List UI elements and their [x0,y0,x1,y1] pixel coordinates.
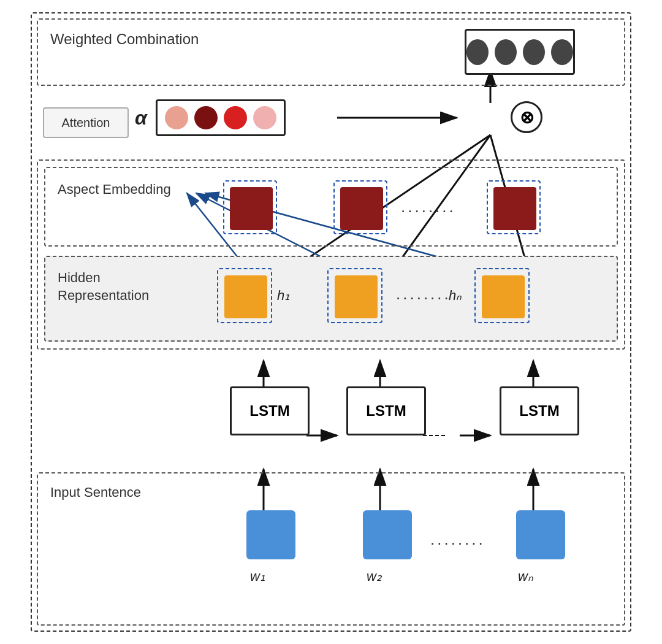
aspect-square-3 [493,187,536,230]
aspect-dashed-3 [487,180,541,234]
alpha-label: α [135,107,147,129]
input-section: Input Sentence w₁ w₂ ........ wₙ [37,472,625,626]
hidden-dots: ........ [396,285,451,304]
hidden-dashed-n [474,268,530,323]
wn-label: wₙ [518,569,533,585]
hn-label: hₙ [449,288,462,304]
lstm-label-2: LSTM [366,402,406,420]
diagram-container: Weighted Combination α ⊗ Attention Aspec… [31,12,631,632]
lstm-box-n: LSTM [500,386,579,435]
aspect-dashed-2 [333,180,387,234]
aspect-dots: ........ [401,197,456,217]
input-square-1 [246,510,295,559]
alpha-row: α [135,99,286,136]
lstm-section: LSTM LSTM LSTM [37,362,625,460]
hidden-dashed-1 [217,268,272,323]
output-dot-3 [523,39,545,65]
output-box [465,29,575,75]
multiply-circle: ⊗ [511,101,542,133]
h1-label: h₁ [277,288,290,304]
hidden-square-n [482,275,525,318]
aspect-square-2 [340,187,383,230]
input-label: Input Sentence [50,485,141,500]
alpha-dot-4 [253,106,276,129]
aspect-label: Aspect Embedding [58,182,171,197]
hidden-dashed-2 [327,268,382,323]
output-dot-4 [551,39,573,65]
lstm-label-1: LSTM [249,402,289,420]
aspect-dashed-1 [223,180,277,234]
alpha-dots-box [156,99,286,136]
multiply-symbol: ⊗ [520,107,534,128]
input-square-2 [363,510,412,559]
w2-label: w₂ [367,569,382,585]
input-square-n [516,510,565,559]
attention-label: Attention [62,116,110,130]
hidden-section: Hidden Representation h₁ ........ hₙ [44,256,618,342]
lstm-label-n: LSTM [519,402,559,420]
alpha-dot-1 [165,106,188,129]
weighted-section: Weighted Combination [37,18,625,86]
aspect-square-1 [230,187,273,230]
aspect-section: Aspect Embedding ........ [44,167,618,247]
hidden-square-1 [224,275,267,318]
lstm-box-2: LSTM [346,386,426,435]
lstm-box-1: LSTM [230,386,310,435]
attention-box: Attention [43,107,129,138]
middle-section: Aspect Embedding ........ Hidden Represe… [37,159,625,350]
output-dot-1 [466,39,489,65]
alpha-dot-2 [194,106,218,129]
w1-label: w₁ [250,569,265,585]
hidden-square-2 [335,275,378,318]
output-dot-2 [495,39,517,65]
input-dots: ........ [430,530,485,549]
weighted-label: Weighted Combination [50,31,199,48]
hidden-label: Hidden Representation [58,269,149,304]
alpha-dot-3 [224,106,247,129]
